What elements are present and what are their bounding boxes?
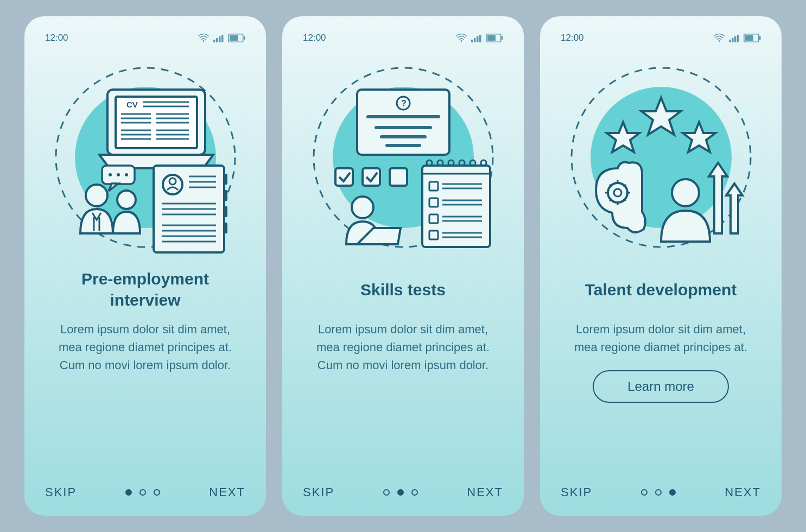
svg-point-50: [461, 40, 462, 42]
svg-rect-78: [429, 182, 438, 191]
svg-rect-46: [223, 174, 227, 185]
battery-icon: [744, 34, 761, 42]
svg-rect-93: [734, 36, 737, 42]
signal-icon: [213, 34, 224, 42]
page-dot-3[interactable]: [154, 489, 160, 496]
svg-point-27: [86, 185, 107, 206]
status-time: 12:00: [561, 33, 584, 43]
svg-rect-68: [363, 168, 380, 186]
svg-rect-67: [335, 168, 353, 186]
status-bar: 12:00: [561, 33, 761, 43]
onboarding-screen-1: 12:00 CV: [24, 16, 266, 516]
page-dot-3[interactable]: [411, 489, 418, 496]
wifi-icon: [713, 34, 725, 42]
onboarding-screen-3: 12:00: [540, 16, 782, 516]
page-dot-1[interactable]: [641, 489, 648, 496]
onboarding-nav: SKIP NEXT: [561, 485, 761, 499]
skip-button[interactable]: SKIP: [45, 485, 77, 499]
svg-rect-80: [429, 214, 438, 223]
svg-rect-97: [759, 36, 761, 40]
svg-rect-79: [429, 198, 438, 207]
svg-rect-57: [502, 36, 503, 40]
svg-point-90: [719, 40, 720, 42]
illustration-talent: [561, 60, 761, 255]
svg-rect-56: [487, 35, 496, 41]
svg-rect-48: [223, 206, 227, 217]
svg-rect-3: [219, 36, 221, 42]
svg-point-28: [117, 191, 136, 209]
svg-rect-2: [216, 38, 218, 42]
page-dot-2[interactable]: [397, 489, 404, 496]
status-time: 12:00: [45, 33, 68, 43]
screen-title: Talent development: [561, 268, 761, 311]
svg-point-32: [125, 173, 128, 176]
svg-rect-6: [230, 35, 238, 41]
page-dot-1[interactable]: [125, 489, 132, 496]
page-indicator: [641, 489, 676, 496]
battery-icon: [486, 34, 503, 42]
page-dot-1[interactable]: [383, 489, 390, 496]
battery-icon: [228, 34, 245, 42]
wifi-icon: [198, 34, 210, 42]
status-icons: [198, 34, 245, 42]
page-dot-3[interactable]: [669, 489, 676, 496]
wifi-icon: [455, 34, 467, 42]
svg-rect-52: [474, 38, 476, 42]
skip-button[interactable]: SKIP: [303, 485, 334, 499]
onboarding-nav: SKIP NEXT: [45, 485, 245, 499]
svg-rect-51: [471, 40, 473, 42]
svg-rect-81: [429, 231, 438, 239]
svg-text:CV: CV: [126, 100, 138, 109]
signal-icon: [471, 34, 482, 42]
svg-rect-69: [390, 168, 407, 186]
svg-rect-94: [737, 35, 739, 42]
svg-rect-47: [223, 190, 227, 201]
svg-rect-1: [213, 40, 215, 42]
screen-title: Pre-employment interview: [45, 268, 245, 311]
svg-rect-54: [479, 35, 481, 42]
page-indicator: [383, 489, 418, 496]
svg-rect-7: [244, 36, 245, 40]
svg-point-30: [109, 173, 112, 176]
screen-body: Lorem ipsum dolor sit dim amet, mea regi…: [303, 320, 503, 374]
svg-point-77: [481, 160, 486, 166]
illustration-skills: ?: [303, 60, 503, 255]
skip-button[interactable]: SKIP: [561, 485, 592, 499]
next-button[interactable]: NEXT: [467, 485, 503, 499]
svg-rect-92: [732, 38, 734, 42]
svg-point-110: [672, 179, 699, 206]
svg-point-31: [117, 173, 120, 176]
status-bar: 12:00: [45, 33, 245, 43]
page-dot-2[interactable]: [139, 489, 146, 496]
next-button[interactable]: NEXT: [725, 485, 761, 499]
screen-title: Skills tests: [303, 268, 503, 311]
svg-point-70: [352, 197, 373, 218]
status-time: 12:00: [303, 33, 326, 43]
screen-body: Lorem ipsum dolor sit dim amet, mea regi…: [45, 320, 245, 374]
illustration-interview: CV: [45, 60, 245, 255]
svg-rect-96: [745, 35, 753, 41]
svg-point-0: [203, 40, 205, 42]
page-indicator: [125, 489, 160, 496]
signal-icon: [729, 34, 740, 42]
screen-body: Lorem ipsum dolor sit dim amet, mea regi…: [561, 320, 761, 356]
svg-rect-49: [223, 223, 227, 233]
status-icons: [455, 34, 503, 42]
svg-rect-91: [729, 40, 731, 42]
status-bar: 12:00: [303, 33, 503, 43]
page-dot-2[interactable]: [655, 489, 662, 496]
svg-text:?: ?: [401, 99, 407, 108]
svg-rect-53: [477, 36, 479, 42]
status-icons: [713, 34, 761, 42]
onboarding-nav: SKIP NEXT: [303, 485, 503, 499]
svg-rect-4: [221, 35, 224, 42]
learn-more-button[interactable]: Learn more: [593, 370, 729, 403]
onboarding-screen-2: 12:00 ?: [282, 16, 524, 516]
next-button[interactable]: NEXT: [209, 485, 245, 499]
